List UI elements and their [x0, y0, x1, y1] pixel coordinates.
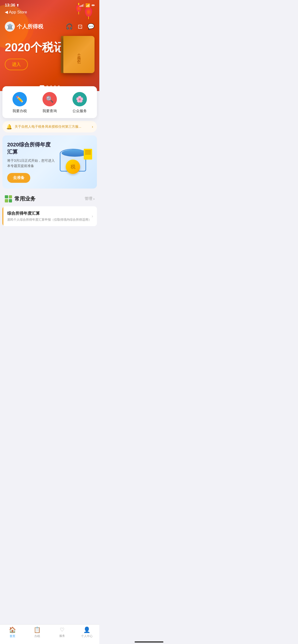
section-header: 常用业务 管理 › [0, 195, 99, 206]
quick-label-2: 我要查询 [43, 109, 57, 113]
chevron-right-icon: › [93, 197, 95, 201]
book-3d: 个 税 记 忆 [61, 36, 95, 74]
wifi-icon: 📶 [85, 3, 90, 8]
status-icons: 📶 [80, 3, 95, 8]
back-bar: ◀ App Store [0, 8, 99, 16]
common-business-section: 常用业务 管理 › 综合所得年度汇算 居民个人综合所得年度汇算申报（仅取得境内综… [0, 192, 99, 226]
book-title-text-4: 忆 [77, 58, 81, 59]
battery-icon [92, 4, 95, 6]
quick-icon-teal: 🌸 [72, 92, 87, 106]
grid-dot-4 [9, 199, 12, 202]
quick-label-1: 我要办税 [13, 109, 27, 113]
status-time: 13:36 ⬆ [5, 3, 19, 8]
coin-icon [66, 160, 80, 174]
app-store-back-button[interactable]: ◀ App Store [5, 10, 27, 14]
headset-button[interactable]: 🎧 [66, 23, 73, 30]
quick-label-3: 公众服务 [72, 109, 87, 113]
hero-enter-button[interactable]: 进入 [5, 59, 28, 70]
logo-emblem: 🏛️ [5, 22, 15, 32]
quick-item-tax-handling[interactable]: ✏️ 我要办税 [13, 92, 27, 113]
grid-dot-3 [5, 199, 8, 202]
grid-icon [5, 195, 12, 202]
business-list: 综合所得年度汇算 居民个人综合所得年度汇算申报（仅取得境内综合所得适用） › [3, 206, 97, 226]
status-bar: 13:36 ⬆ 📶 [0, 0, 99, 8]
bell-icon: 🔔 [6, 124, 12, 130]
document-icon [84, 149, 92, 160]
manage-button[interactable]: 管理 › [85, 196, 95, 201]
chevron-left-icon: ◀ [5, 10, 8, 14]
business-item-description: 居民个人综合所得年度汇算申报（仅取得境内综合所得适用） [7, 217, 92, 222]
summary-title: 2020综合所得年度汇算 [7, 141, 55, 156]
business-item-text: 综合所得年度汇算 居民个人综合所得年度汇算申报（仅取得境内综合所得适用） [7, 210, 92, 222]
grid-dot-1 [5, 195, 8, 198]
app-logo: 🏛️ 个人所得税 [5, 22, 43, 32]
quick-item-query[interactable]: 🔍 我要查询 [43, 92, 57, 113]
scan-button[interactable]: ⊡ [78, 23, 83, 30]
notice-text: 关于自然人电子税务局未授权任何第三方服... [15, 124, 89, 129]
summary-illustration [59, 148, 92, 176]
book-cover: 个 税 记 忆 [63, 36, 95, 73]
section-title: 常用业务 [14, 195, 36, 202]
book-title-text-3: 记 [77, 55, 81, 56]
section-header-left: 常用业务 [5, 195, 36, 202]
quick-icon-blue: ✏️ [13, 92, 27, 106]
header-actions: 🎧 ⊡ 💬 [66, 23, 95, 30]
summary-action-button[interactable]: 去准备 [7, 173, 30, 183]
summary-card-text: 2020综合所得年度汇算 将于3月1日正式开始，您可进入本专题页提前准备 去准备 [7, 141, 55, 183]
manage-label: 管理 [85, 196, 92, 201]
app-header: 🏛️ 个人所得税 🎧 ⊡ 💬 [0, 22, 99, 36]
summary-card: 2020综合所得年度汇算 将于3月1日正式开始，您可进入本专题页提前准备 去准备 [3, 135, 97, 188]
quick-icon-red: 🔍 [43, 92, 57, 106]
business-item-arrow-icon: › [92, 214, 93, 219]
business-item-title: 综合所得年度汇算 [7, 210, 92, 216]
book-illustration: 个 税 记 忆 [54, 36, 99, 79]
quick-access-section: ✏️ 我要办税 🔍 我要查询 🌸 公众服务 [3, 86, 97, 118]
summary-description: 将于3月1日正式开始，您可进入本专题页提前准备 [7, 158, 55, 169]
cylinder-illustration [59, 148, 92, 176]
grid-dot-2 [9, 195, 12, 198]
notice-arrow-icon: › [92, 124, 93, 129]
business-item-annual-summary[interactable]: 综合所得年度汇算 居民个人综合所得年度汇算申报（仅取得境内综合所得适用） › [3, 206, 97, 226]
app-title: 个人所得税 [17, 23, 43, 30]
notice-bar[interactable]: 🔔 关于自然人电子税务局未授权任何第三方服... › [3, 121, 97, 132]
message-button[interactable]: 💬 [87, 23, 95, 30]
book-title-text: 个 [77, 50, 81, 52]
book-title-text-2: 税 [77, 53, 81, 54]
signal-strength-icon [80, 4, 84, 7]
quick-item-public-service[interactable]: 🌸 公众服务 [72, 92, 87, 113]
